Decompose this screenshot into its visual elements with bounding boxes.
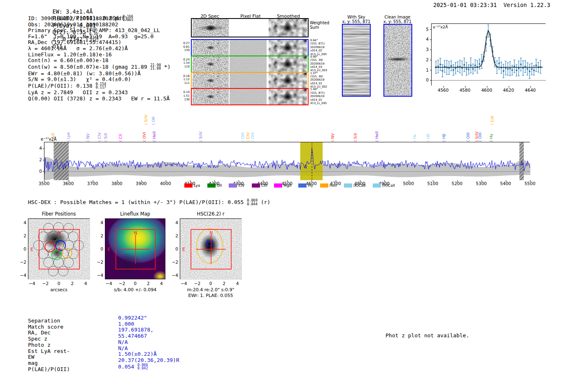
lineflux-xtick: −2 [118, 281, 126, 286]
zoom-plot-xtick: 4620 [502, 88, 515, 93]
zoom-plot-xtick: 4640 [524, 88, 537, 93]
hsc-plae-range: 0.0690.044 [247, 199, 258, 206]
pixel-flat-image [230, 89, 267, 104]
svg-text:E: E [182, 247, 185, 252]
lineflux-xlabel: s/b: 4.00 +/- 0.094 [100, 287, 170, 292]
lineflux-panel-title: Lineflux Map [105, 211, 166, 217]
legend-item: CIII [252, 183, 267, 188]
spectrum-plot-area [44, 142, 530, 180]
zoom-plot-xtick: 4600 [480, 88, 493, 93]
legend-swatch [207, 183, 216, 188]
match-row-value: 1.000 [118, 321, 179, 327]
info-line: Obs: 20200619v014_3090188202 [28, 22, 171, 28]
hsc-dex-suffix: (r) [258, 199, 270, 205]
svg-text:E: E [30, 247, 33, 252]
spectrum-xtick: 3500 [37, 181, 51, 186]
match-row-label: Spec z [28, 336, 70, 342]
spectral-line-label: ( Lyα [66, 132, 70, 141]
legend-swatch [373, 183, 381, 188]
match-row-label: P(LAE)/P(OII) [28, 366, 70, 373]
photz-note: Phot z plot not available. [386, 332, 469, 339]
legend-swatch [229, 183, 237, 188]
twod-spec-image [193, 40, 229, 56]
spectral-line-label: ( OIII [466, 132, 470, 141]
lineflux-ytick: −2 [96, 260, 103, 264]
hsc-ytick: 4 [171, 220, 178, 225]
fiber-xtick: −4 [28, 281, 36, 286]
hsc-xtick: −4 [180, 281, 188, 286]
range-stack: 0.1540.117 [95, 82, 106, 89]
spectrum-xtick: 3900 [135, 181, 148, 186]
legend-swatch [274, 183, 282, 188]
legend-swatch [344, 183, 352, 188]
hsc-xlabel2: EWr: 1. PLAE: 0.055 [176, 293, 246, 298]
lineflux-ytick: 2 [96, 233, 103, 238]
spectral-line-labels: ( SiII( Lyα( NV( CIV( SiII( CII( OVI( Si… [44, 110, 530, 142]
pixel-flat-image [230, 40, 267, 56]
match-row-value: N/A [118, 339, 179, 346]
zoom-plot-ytick: 1 [422, 67, 429, 72]
fiber-xtick: 2 [68, 281, 77, 286]
spectrum-xtick: 3600 [62, 181, 75, 186]
legend-swatch [252, 183, 260, 188]
sky-panel-title: Clean Imagex, y: 555, 871 [373, 15, 422, 24]
cutout-row-left-labels: 0.101.51130 [173, 90, 190, 101]
legend-label: (K)CaII [353, 183, 366, 188]
zoom-plot-ytick: 4 [422, 37, 429, 42]
spectral-line-label: ( CIV [246, 132, 250, 141]
smoothed-image [269, 89, 307, 104]
lineflux-ytick: 0 [96, 246, 103, 251]
spectral-line-label: ( NV [86, 133, 90, 141]
spectrum-xtick: 3700 [86, 181, 99, 186]
info-line: EWr = 4.80(±0.81) (w: 3.80(±0.56))Å [28, 71, 171, 77]
legend-swatch [184, 183, 193, 188]
match-table-labels: SeparationMatch scoreRA, DecSpec zPhoto … [28, 318, 70, 372]
zoom-plot-canvas [432, 24, 546, 86]
hsc-xtick: −2 [193, 281, 201, 286]
spectrum-xtick: 3800 [110, 181, 123, 186]
lineflux-xtick: 4 [157, 281, 165, 286]
zoom-plot-ytick: 5 [422, 27, 429, 32]
range-stack: 21.9021.88 [150, 63, 161, 70]
spectrum-xtick: 5000 [402, 181, 415, 186]
smoothed-image [269, 19, 307, 37]
elixer-report-page: EW: 3.4±1.4Å P(LAE)/P(OII): 0.096 0.1660… [0, 0, 576, 392]
hsc-xtick: 0 [207, 281, 215, 286]
spectral-line-label: ( Hδ [426, 133, 430, 141]
pixel-flat-image [230, 19, 267, 37]
spectrum-legend: LyαOIICIVCIIIMgIIHγHeII(K)CaII(H)CaII [184, 183, 395, 188]
spectral-line-label: ( SiII [103, 133, 107, 141]
zoom-plot-area [431, 23, 546, 86]
legend-label: HeII [330, 183, 337, 188]
range-stack: 0.0660.042 [137, 363, 148, 370]
cutout-row-right-labels: 1.07"(555, 30)20200619v014_01413_LU_002 [310, 72, 336, 89]
pixel-flat-image [230, 56, 267, 72]
cutout-row-right-labels: 1.46"(555, 871)20200619v014_01413_LL_095 [310, 88, 336, 105]
hsc-xtick: 4 [233, 281, 242, 286]
lineflux-xtick: −4 [105, 281, 113, 286]
spectrum-xtick: 5400 [499, 181, 512, 186]
match-row-label: Separation [28, 318, 70, 324]
hsc-dex-match-line: HSC-DEX : Possible Matches = 1 (within +… [28, 199, 270, 206]
hsc-xlabel: m:20.4 re:2.0" s:0.9" [176, 287, 246, 292]
lineflux-overlay: NE [105, 219, 166, 280]
spectrum-xtick: 5300 [475, 181, 488, 186]
spectral-line-label: ( OII [151, 116, 156, 125]
lineflux-ytick: 4 [96, 220, 103, 225]
zoom-plot-ytick: 3 [422, 47, 429, 52]
spectral-line-label: ( Hγ [489, 134, 493, 142]
spectral-line-label: ( CIII [490, 116, 494, 125]
fiber-panel-title: Fiber Positions [28, 211, 90, 217]
twod-spec-image [193, 19, 229, 37]
spectral-line-label: ( Hβ [441, 133, 446, 141]
hsc-panel: NE [180, 218, 242, 279]
smoothed-image [269, 73, 307, 88]
match-row-label: mag [28, 360, 70, 366]
match-row-label: RA, Dec [28, 330, 70, 336]
spectrum-ytick: 0 [35, 169, 42, 174]
info-line: RA,Dec (197.691681,55.474415) [28, 39, 171, 46]
spectrum-ytick: 4 [35, 146, 42, 151]
hsc-panel-title: HSC(26.2) r [180, 211, 242, 217]
legend-swatch [298, 183, 307, 188]
smoothed-image [269, 56, 307, 72]
